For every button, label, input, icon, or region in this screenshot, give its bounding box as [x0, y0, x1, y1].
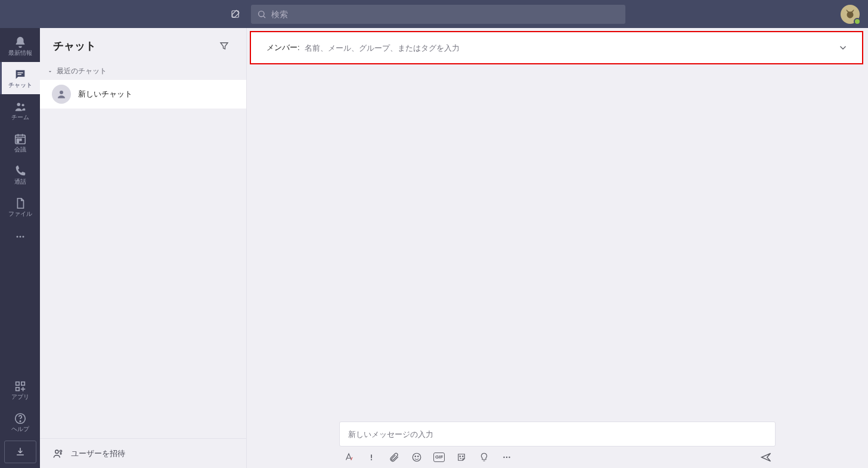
compose-more-button[interactable] — [501, 451, 513, 463]
svg-point-27 — [463, 456, 464, 457]
compose-area: GIF — [247, 421, 868, 468]
chevron-down-icon — [838, 42, 848, 53]
chat-canvas — [247, 64, 868, 421]
main-panel: メンバー: — [247, 28, 868, 468]
members-label: メンバー: — [266, 42, 300, 53]
rail-help[interactable]: ヘルプ — [0, 406, 40, 438]
invite-users-label: ユーザーを招待 — [71, 448, 125, 459]
rail-teams-label: チーム — [11, 114, 29, 120]
chat-list-item[interactable]: 新しいチャット — [40, 80, 246, 109]
filter-button[interactable] — [215, 37, 233, 55]
svg-rect-14 — [21, 382, 24, 386]
profile-avatar-button[interactable] — [841, 5, 860, 24]
rail-files[interactable]: ファイル — [0, 191, 40, 223]
recent-section-header[interactable]: 最近のチャット — [40, 64, 246, 80]
priority-button[interactable] — [365, 451, 377, 463]
rail-apps-label: アプリ — [11, 394, 29, 400]
more-icon — [14, 231, 26, 243]
new-chat-button[interactable] — [226, 5, 245, 24]
recent-section-label: 最近のチャット — [57, 66, 107, 76]
svg-point-12 — [22, 236, 24, 238]
rail-download-button[interactable] — [4, 441, 36, 463]
svg-point-11 — [19, 236, 21, 238]
compose-box[interactable] — [339, 421, 776, 447]
format-button[interactable] — [343, 451, 355, 463]
svg-point-26 — [460, 456, 461, 457]
svg-point-1 — [259, 11, 264, 16]
rail-chat-label: チャット — [8, 82, 32, 88]
rail-activity[interactable]: 最新情報 — [0, 30, 40, 62]
more-icon — [501, 452, 512, 463]
attach-button[interactable] — [388, 451, 400, 463]
svg-point-23 — [413, 453, 421, 461]
presence-indicator — [854, 18, 861, 25]
rail-activity-label: 最新情報 — [8, 50, 32, 56]
rail-more[interactable] — [0, 223, 40, 250]
phone-icon — [14, 165, 27, 178]
format-icon — [343, 452, 354, 463]
rail-chat[interactable]: チャット — [0, 62, 40, 94]
svg-point-22 — [371, 459, 372, 460]
search-bar[interactable] — [251, 5, 625, 24]
svg-point-24 — [415, 456, 416, 457]
svg-point-29 — [506, 457, 507, 458]
svg-point-10 — [16, 236, 18, 238]
chevron-down-icon — [47, 69, 53, 75]
filter-icon — [219, 41, 230, 51]
chat-list-title: チャット — [53, 39, 215, 53]
paperclip-icon — [389, 452, 399, 463]
chat-item-name: 新しいチャット — [78, 89, 132, 100]
search-input[interactable] — [271, 10, 619, 19]
send-icon — [760, 451, 772, 463]
rail-teams[interactable]: チーム — [0, 94, 40, 126]
search-icon — [257, 10, 266, 19]
svg-point-17 — [20, 421, 21, 422]
svg-rect-13 — [16, 382, 19, 386]
chat-icon — [14, 68, 27, 81]
titlebar-right — [841, 5, 860, 24]
rail-calendar[interactable]: 会議 — [0, 126, 40, 159]
emoji-icon — [411, 452, 422, 463]
app-rail: 最新情報 チャット チーム 会議 通話 ファイル — [0, 28, 40, 468]
calendar-icon — [14, 132, 27, 145]
teams-icon — [14, 100, 27, 113]
bell-icon — [14, 36, 27, 49]
svg-point-25 — [418, 456, 419, 457]
members-bar: メンバー: — [250, 31, 863, 64]
compose-toolbar: GIF — [339, 451, 776, 463]
svg-point-20 — [60, 450, 61, 452]
sticker-button[interactable] — [455, 451, 467, 463]
lightbulb-icon — [479, 452, 489, 463]
emoji-button[interactable] — [411, 451, 423, 463]
praise-button[interactable] — [478, 451, 490, 463]
svg-point-30 — [509, 457, 510, 458]
svg-rect-8 — [20, 139, 21, 141]
rail-help-label: ヘルプ — [11, 426, 29, 432]
rail-calls-label: 通話 — [14, 179, 26, 185]
rail-apps[interactable]: アプリ — [0, 374, 40, 406]
exclamation-icon — [367, 452, 376, 463]
members-expand-button[interactable] — [835, 39, 851, 56]
chat-list-header: チャット — [40, 28, 246, 64]
rail-calls[interactable]: 通話 — [0, 159, 40, 191]
svg-rect-9 — [17, 141, 18, 143]
chat-list-panel: チャット 最近のチャット 新しいチャット ユーザーを招待 — [40, 28, 247, 468]
send-button[interactable] — [760, 451, 772, 463]
invite-icon — [52, 448, 64, 460]
members-input[interactable] — [305, 44, 830, 52]
chat-item-avatar — [52, 85, 71, 104]
svg-point-5 — [21, 104, 24, 106]
compose-input[interactable] — [348, 430, 767, 439]
gif-button[interactable]: GIF — [433, 452, 445, 462]
svg-rect-15 — [16, 388, 19, 391]
svg-point-4 — [17, 103, 20, 107]
svg-rect-3 — [17, 74, 21, 75]
download-icon — [14, 446, 26, 458]
rail-files-label: ファイル — [8, 211, 32, 217]
help-icon — [14, 412, 27, 425]
invite-users-button[interactable]: ユーザーを招待 — [40, 438, 246, 468]
person-icon — [56, 89, 67, 100]
title-bar — [0, 0, 868, 28]
svg-rect-2 — [17, 72, 23, 73]
file-icon — [14, 197, 27, 210]
